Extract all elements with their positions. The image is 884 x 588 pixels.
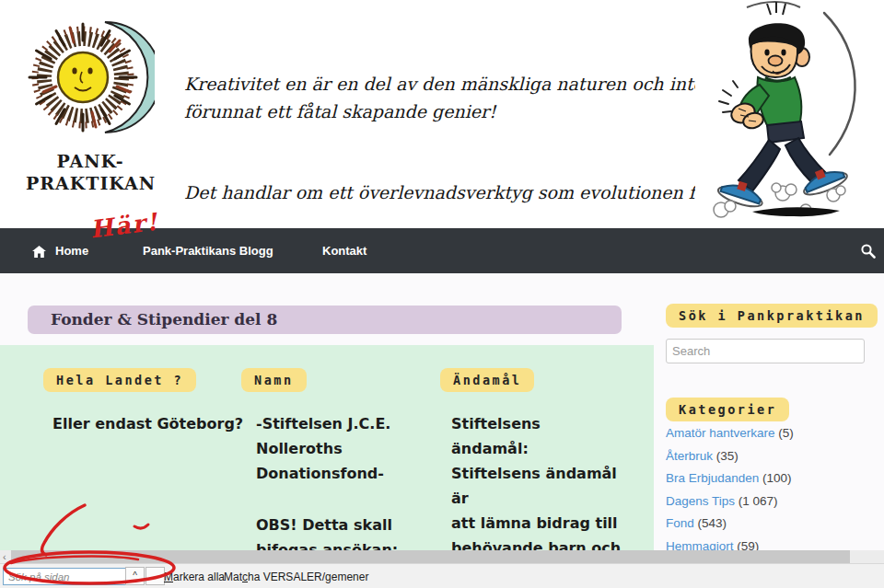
find-next-button[interactable] — [145, 567, 165, 585]
find-input[interactable] — [3, 568, 130, 585]
site-header: PANK- PRAKTIKAN Kreativitet en är en del… — [0, 0, 884, 228]
nav-item-blog[interactable]: Pank-Praktikans Blogg — [143, 228, 273, 273]
browser-findbar: ^ Markera alla Matcha VERSALER/gemener — [0, 563, 884, 588]
list-item: Bra Erbjudanden (100) — [666, 472, 794, 485]
fund-board-panel: Hela Landet ? Namn Ändamål Eller endast … — [0, 345, 654, 563]
home-icon[interactable] — [32, 245, 46, 261]
board-header-namn: Namn — [241, 368, 307, 392]
highlight-all-accesskey: M — [164, 571, 173, 583]
category-list: Amatör hantverkare (5) Återbruk (35) Bra… — [666, 427, 794, 562]
match-case-label-pre: Mat — [224, 571, 242, 583]
board-col3-text: Stiftelsens ändamål: Stiftelsens ändamål… — [451, 411, 622, 563]
board-col1-text: Eller endast Göteborg? — [52, 411, 246, 436]
board-col2-text: -Stiftelsen J.C.E. Nolleroths Donationsf… — [256, 411, 408, 486]
board-header-andamal: Ändamål — [440, 368, 534, 392]
logo-text-line2: PRAKTIKAN — [26, 173, 155, 193]
nav-item-kontakt[interactable]: Kontakt — [322, 228, 366, 273]
horizontal-scrollbar[interactable]: ‹ — [0, 550, 884, 563]
category-count: (1 067) — [739, 494, 778, 508]
highlight-all-label: arkera alla — [173, 571, 225, 583]
board-header-hela-landet: Hela Landet ? — [43, 368, 196, 392]
category-link-fond[interactable]: Fond — [666, 516, 694, 530]
sun-moon-logo-icon — [26, 133, 155, 148]
category-count: (100) — [762, 471, 792, 485]
match-case-button[interactable]: Matcha VERSALER/gemener — [224, 571, 368, 583]
find-previous-button[interactable]: ^ — [125, 567, 145, 585]
list-item: Dagens Tips (1 067) — [666, 495, 794, 508]
highlight-all-button[interactable]: Markera alla — [164, 571, 225, 583]
site-logo[interactable]: PANK- PRAKTIKAN — [26, 7, 155, 193]
sidebar-categories-title: Kategorier — [666, 398, 789, 421]
list-item: Återbruk (35) — [666, 450, 794, 463]
match-case-label-rest: ha VERSALER/gemener — [248, 571, 368, 583]
category-count: (5) — [778, 426, 794, 440]
list-item: Amatör hantverkare (5) — [666, 427, 794, 440]
scrollbar-thumb[interactable] — [11, 550, 850, 563]
category-count: (543) — [698, 516, 727, 530]
nav-item-home[interactable]: Home — [55, 228, 88, 273]
category-link-aterbruk[interactable]: Återbruk — [666, 449, 713, 463]
sidebar-search-input[interactable] — [666, 339, 865, 363]
search-icon[interactable] — [860, 243, 877, 259]
category-link-amator-hantverkare[interactable]: Amatör hantverkare — [666, 426, 775, 440]
page-title: Fonder & Stipendier del 8 — [28, 306, 622, 334]
main-content: Fonder & Stipendier del 8 Hela Landet ? … — [0, 273, 884, 563]
category-count: (35) — [716, 449, 739, 463]
category-link-dagens-tips[interactable]: Dagens Tips — [666, 494, 735, 508]
sidebar-search-title: Sök i Pankpraktikan — [666, 304, 878, 328]
category-link-bra-erbjudanden[interactable]: Bra Erbjudanden — [666, 471, 759, 485]
logo-text-line1: PANK- — [26, 151, 155, 171]
scroll-left-arrow-icon[interactable]: ‹ — [3, 550, 6, 563]
jumping-cartoon-character — [695, 0, 884, 221]
list-item: Fond (543) — [666, 517, 794, 530]
